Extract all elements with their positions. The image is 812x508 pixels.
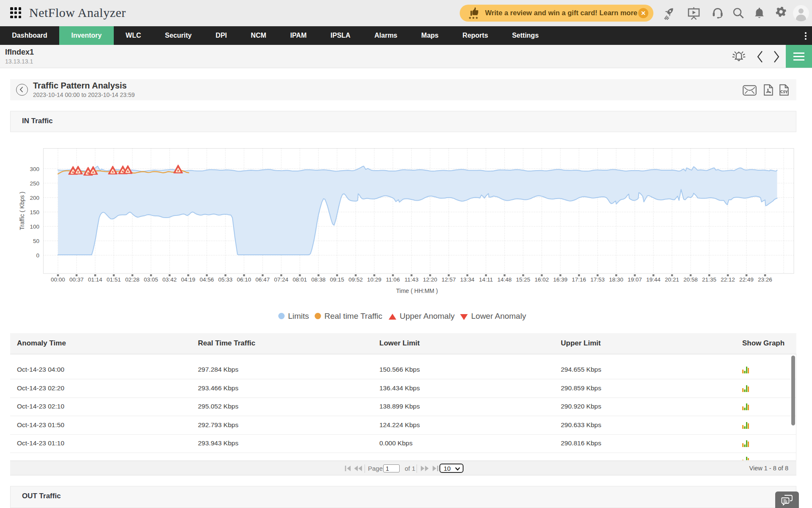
- svg-text:150: 150: [30, 209, 39, 215]
- svg-text:20:58: 20:58: [683, 276, 698, 283]
- svg-text:100: 100: [30, 224, 39, 230]
- svg-text:15:25: 15:25: [516, 276, 530, 283]
- svg-text:14:11: 14:11: [479, 276, 493, 283]
- svg-text:06:10: 06:10: [237, 276, 251, 283]
- svg-text:22:49: 22:49: [739, 276, 754, 283]
- svg-text:03:42: 03:42: [162, 276, 177, 283]
- svg-text:05:33: 05:33: [218, 276, 233, 283]
- svg-text:17:16: 17:16: [572, 276, 586, 283]
- svg-text:04:19: 04:19: [181, 276, 195, 283]
- svg-text:03:05: 03:05: [144, 276, 158, 283]
- svg-text:09:15: 09:15: [330, 276, 344, 283]
- svg-text:Traffic ( Kbps ): Traffic ( Kbps ): [19, 191, 25, 230]
- svg-text:23:26: 23:26: [758, 276, 772, 283]
- svg-text:01:14: 01:14: [88, 276, 102, 283]
- svg-text:12:57: 12:57: [442, 276, 456, 283]
- svg-text:20:21: 20:21: [665, 276, 679, 283]
- svg-text:08:38: 08:38: [311, 276, 326, 283]
- svg-text:21:35: 21:35: [702, 276, 716, 283]
- svg-text:250: 250: [30, 180, 39, 187]
- svg-text:12:20: 12:20: [423, 276, 437, 283]
- svg-text:13:34: 13:34: [460, 276, 475, 283]
- svg-text:00:37: 00:37: [69, 276, 84, 283]
- svg-text:17:53: 17:53: [590, 276, 605, 283]
- svg-text:19:44: 19:44: [646, 276, 661, 283]
- svg-text:Time ( HH:MM ): Time ( HH:MM ): [396, 287, 438, 294]
- svg-text:06:47: 06:47: [255, 276, 270, 283]
- svg-text:11:43: 11:43: [405, 276, 419, 283]
- svg-text:14:48: 14:48: [497, 276, 512, 283]
- svg-text:10:29: 10:29: [367, 276, 381, 283]
- svg-text:18:30: 18:30: [609, 276, 623, 283]
- svg-text:09:52: 09:52: [348, 276, 363, 283]
- svg-text:19:07: 19:07: [628, 276, 642, 283]
- svg-text:00:00: 00:00: [51, 276, 65, 283]
- svg-text:16:39: 16:39: [553, 276, 568, 283]
- svg-text:02:28: 02:28: [125, 276, 140, 283]
- svg-text:16:02: 16:02: [535, 276, 549, 283]
- svg-text:07:24: 07:24: [274, 276, 288, 283]
- svg-text:08:01: 08:01: [293, 276, 307, 283]
- svg-text:200: 200: [30, 195, 39, 201]
- svg-text:50: 50: [33, 238, 39, 244]
- svg-text:04:56: 04:56: [200, 276, 214, 283]
- svg-text:22:12: 22:12: [721, 276, 735, 283]
- svg-text:01:51: 01:51: [107, 276, 121, 283]
- svg-text:300: 300: [30, 166, 39, 172]
- svg-text:0: 0: [36, 252, 39, 259]
- svg-text:11:06: 11:06: [386, 276, 400, 283]
